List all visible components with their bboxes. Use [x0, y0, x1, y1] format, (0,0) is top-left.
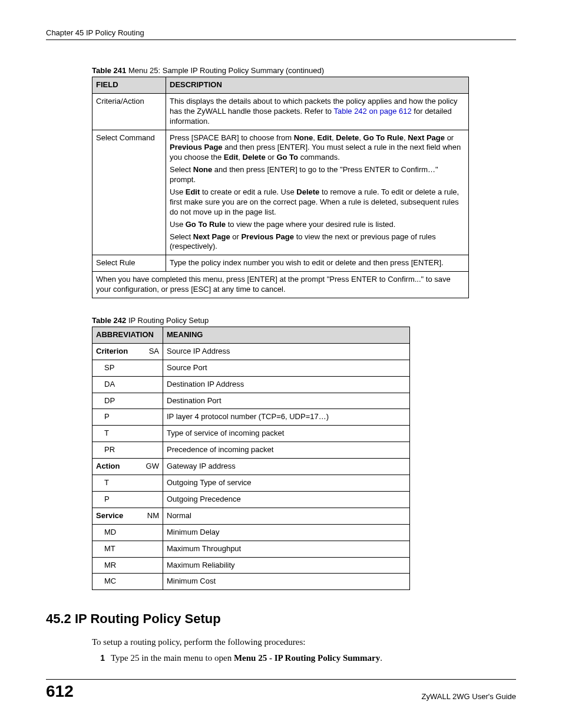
abbr-code: P — [96, 412, 110, 422]
cell-abbr: P — [92, 491, 163, 508]
table-row: When you have completed this menu, press… — [92, 272, 469, 298]
abbr-group: Action — [96, 462, 120, 470]
abbr-code: MC — [96, 577, 116, 587]
table-header-meaning: MEANING — [163, 327, 410, 344]
cell-meaning: Type of service of incoming packet — [163, 426, 410, 442]
list-item: 1 Type 25 in the main menu to open Menu … — [92, 653, 516, 663]
cell-abbr: SP — [92, 360, 163, 376]
table-row: PRPrecedence of incoming packet — [92, 442, 410, 459]
table-row: CriterionSASource IP Address — [92, 343, 410, 360]
table-row: Select Rule Type the policy index number… — [92, 255, 469, 272]
page-footer: 612 ZyWALL 2WG User's Guide — [46, 679, 516, 701]
table-row: POutgoing Precedence — [92, 491, 410, 508]
chapter-header: Chapter 45 IP Policy Routing — [46, 28, 516, 40]
table-241-caption: Table 241 Menu 25: Sample IP Routing Pol… — [92, 66, 516, 75]
abbr-code: DA — [96, 380, 115, 390]
paragraph: Press [SPACE BAR] to choose from None, E… — [170, 133, 465, 163]
abbr-code: PR — [96, 445, 115, 455]
table-row: FIELD DESCRIPTION — [92, 77, 469, 94]
table-row: MTMaximum Throughput — [92, 541, 410, 557]
abbr-code: MD — [96, 528, 116, 538]
table-row: MRMaximum Reliability — [92, 557, 410, 574]
cell-meaning: Destination Port — [163, 393, 410, 409]
abbr-code: SP — [96, 363, 114, 373]
cell-meaning: IP layer 4 protocol number (TCP=6, UDP=1… — [163, 409, 410, 426]
cell-field: Select Command — [92, 130, 166, 255]
table-242-number: Table 242 — [92, 316, 126, 325]
cell-abbr: MC — [92, 574, 163, 590]
cell-abbr: T — [92, 475, 163, 492]
cell-abbr: T — [92, 426, 163, 442]
cell-abbr: ServiceNM — [92, 508, 163, 524]
table-row: Criteria/Action This displays the detail… — [92, 93, 469, 130]
page-number: 612 — [46, 682, 74, 701]
cell-meaning: Minimum Delay — [163, 524, 410, 541]
cell-meaning: Maximum Throughput — [163, 541, 410, 557]
abbr-code: SA — [149, 347, 159, 357]
abbr-code: DP — [96, 396, 115, 406]
paragraph: Select Next Page or Previous Page to vie… — [170, 232, 465, 252]
table-header-field: FIELD — [92, 77, 166, 94]
cell-desc: This displays the details about to which… — [166, 93, 469, 130]
table-row: ActionGWGateway IP address — [92, 459, 410, 475]
cell-abbr: DA — [92, 376, 163, 393]
paragraph: Use Go To Rule to view the page where yo… — [170, 220, 465, 230]
list-number: 1 — [92, 653, 105, 663]
cell-meaning: Outgoing Precedence — [163, 491, 410, 508]
section-heading: 45.2 IP Routing Policy Setup — [46, 611, 516, 627]
abbr-code: MR — [96, 561, 116, 571]
cross-ref-link[interactable]: Table 242 on page 612 — [333, 107, 411, 116]
cell-abbr: PR — [92, 442, 163, 459]
table-footer-note: When you have completed this menu, press… — [92, 272, 469, 298]
abbr-code: GW — [146, 462, 159, 472]
cell-abbr: MD — [92, 524, 163, 541]
section-intro: To setup a routing policy, perform the f… — [92, 637, 516, 647]
cell-abbr: ActionGW — [92, 459, 163, 475]
table-row: DPDestination Port — [92, 393, 410, 409]
cell-abbr: P — [92, 409, 163, 426]
table-row: ABBREVIATION MEANING — [92, 327, 410, 344]
table-row: PIP layer 4 protocol number (TCP=6, UDP=… — [92, 409, 410, 426]
cell-abbr: MT — [92, 541, 163, 557]
abbr-code: NM — [147, 511, 159, 521]
table-header-desc: DESCRIPTION — [166, 77, 469, 94]
abbr-group: Service — [96, 511, 123, 520]
abbr-code: T — [96, 478, 109, 488]
cell-desc: Type the policy index number you wish to… — [166, 255, 469, 272]
cell-abbr: DP — [92, 393, 163, 409]
cell-desc: Press [SPACE BAR] to choose from None, E… — [166, 130, 469, 255]
cell-field: Criteria/Action — [92, 93, 166, 130]
abbr-group: Criterion — [96, 347, 128, 355]
table-row: Select Command Press [SPACE BAR] to choo… — [92, 130, 469, 255]
cell-abbr: CriterionSA — [92, 343, 163, 360]
abbr-code: MT — [96, 544, 115, 554]
table-row: TOutgoing Type of service — [92, 475, 410, 492]
cell-meaning: Maximum Reliability — [163, 557, 410, 574]
paragraph: Use Edit to create or edit a rule. Use D… — [170, 187, 465, 218]
list-text: Type 25 in the main menu to open Menu 25… — [111, 653, 382, 663]
cell-meaning: Destination IP Address — [163, 376, 410, 393]
cell-meaning: Precedence of incoming packet — [163, 442, 410, 459]
table-241-number: Table 241 — [92, 66, 126, 75]
abbr-code: T — [96, 429, 109, 439]
table-row: TType of service of incoming packet — [92, 426, 410, 442]
cell-abbr: MR — [92, 557, 163, 574]
table-242-title: IP Routing Policy Setup — [126, 316, 209, 325]
cell-meaning: Source Port — [163, 360, 410, 376]
table-row: MDMinimum Delay — [92, 524, 410, 541]
cell-meaning: Normal — [163, 508, 410, 524]
table-row: MCMinimum Cost — [92, 574, 410, 590]
table-242: ABBREVIATION MEANING CriterionSASource I… — [92, 327, 410, 590]
table-241: FIELD DESCRIPTION Criteria/Action This d… — [92, 77, 469, 298]
cell-meaning: Source IP Address — [163, 343, 410, 360]
table-row: SPSource Port — [92, 360, 410, 376]
table-row: DADestination IP Address — [92, 376, 410, 393]
table-header-abbr: ABBREVIATION — [92, 327, 163, 344]
guide-name: ZyWALL 2WG User's Guide — [422, 692, 516, 701]
cell-meaning: Minimum Cost — [163, 574, 410, 590]
cell-field: Select Rule — [92, 255, 166, 272]
cell-meaning: Gateway IP address — [163, 459, 410, 475]
paragraph: Select None and then press [ENTER] to go… — [170, 165, 465, 185]
abbr-code: P — [96, 495, 110, 505]
table-row: ServiceNMNormal — [92, 508, 410, 524]
